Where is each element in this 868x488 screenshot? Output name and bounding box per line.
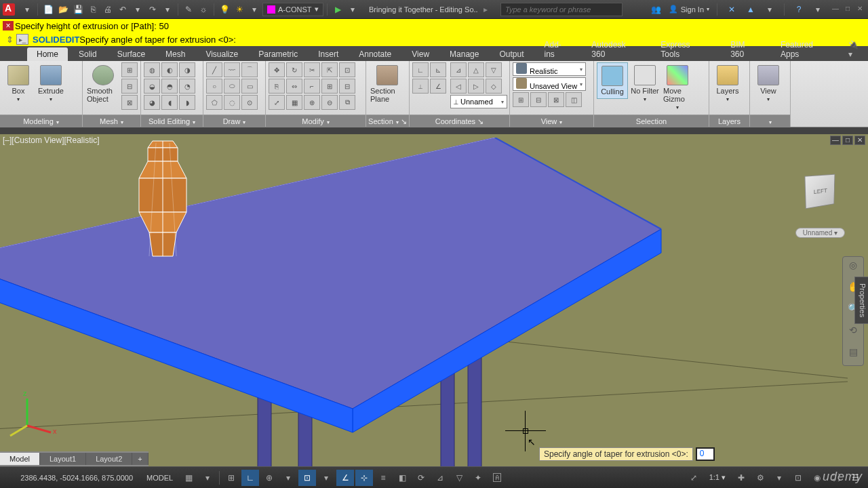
se-icon[interactable]: ◔ [179, 79, 195, 94]
annomon-icon[interactable]: ✚ [732, 470, 750, 486]
se-icon[interactable]: ◒ [144, 79, 160, 94]
se-icon[interactable]: ◕ [144, 95, 160, 110]
ucs-badge[interactable]: Unnamed ▾ [795, 228, 845, 238]
culling-button[interactable]: Culling [597, 62, 628, 99]
smooth-object-button[interactable]: Smooth Object [85, 62, 120, 106]
polar-icon[interactable]: ⊕ [260, 470, 278, 486]
ribbon-tab-solid[interactable]: Solid [69, 47, 106, 61]
ucs-icon[interactable]: ∠ [430, 79, 446, 94]
saved-view-combo[interactable]: Unsaved View [513, 77, 586, 91]
mod-icon[interactable]: ⇱ [321, 62, 338, 77]
save-icon[interactable]: 💾 [71, 3, 85, 16]
help-icon[interactable]: ? [792, 3, 806, 16]
title-more-icon[interactable]: ▸ [479, 3, 492, 16]
ribbon-tab-featured[interactable]: Featured Apps [771, 38, 842, 61]
viewcube[interactable]: LEFT [793, 168, 848, 222]
dynamic-input-field[interactable]: 0 [696, 447, 715, 461]
vp-close-icon[interactable]: ✕ [854, 136, 865, 145]
ribbon-tab-visualize[interactable]: Visualize [196, 47, 248, 61]
a360-icon[interactable]: ▲ [744, 3, 757, 16]
ribbon-tab-bim360[interactable]: BIM 360 [721, 38, 770, 61]
dducs-icon[interactable]: ⊿ [431, 470, 449, 486]
gizmo-icon[interactable]: ✦ [469, 470, 487, 486]
draw-icon[interactable]: ⌒ [241, 62, 258, 77]
scale-label[interactable]: 1:1 ▾ [704, 473, 731, 482]
sun-icon[interactable]: ☀ [233, 3, 246, 16]
undo-dd-icon[interactable]: ▾ [131, 3, 144, 16]
redo-dd-icon[interactable]: ▾ [161, 3, 174, 16]
draw-icon[interactable]: ╱ [206, 62, 222, 77]
command-close-icon[interactable]: × [3, 21, 14, 30]
qat-menu-icon[interactable]: ▾ [20, 3, 34, 16]
ribbon-tab-insert[interactable]: Insert [309, 47, 348, 61]
showmotion-icon[interactable]: ▤ [845, 346, 861, 363]
ribbon-tab-plugin-icon[interactable]: 🔌▾ [843, 38, 868, 61]
ribbon-tab-view[interactable]: View [402, 47, 439, 61]
view-button[interactable]: View▾ [753, 62, 784, 105]
ws-dd-icon[interactable]: ▾ [770, 470, 788, 486]
lock-icon[interactable]: ▾ [248, 3, 261, 16]
visual-style-combo[interactable]: Realistic [513, 62, 586, 76]
tab-layout1[interactable]: Layout1 [40, 453, 86, 465]
hardware-icon[interactable]: ⊡ [789, 470, 807, 486]
ribbon-tab-home[interactable]: Home [27, 47, 68, 61]
draw-icon[interactable]: ⬭ [224, 79, 240, 94]
plot-icon[interactable]: 🖨 [101, 3, 115, 16]
ucs-named-combo[interactable]: ⟂ Unnamed [450, 95, 507, 108]
redo-icon[interactable]: ↷ [146, 3, 159, 16]
tab-layout2[interactable]: Layout2 [86, 453, 132, 465]
snap-icon[interactable]: ⊞ [222, 470, 240, 486]
a360-dd-icon[interactable]: ▾ [763, 3, 776, 16]
help-dd-icon[interactable]: ▾ [811, 3, 825, 16]
viewport-label[interactable]: [–][Custom View][Realistic] [3, 136, 100, 145]
draw-icon[interactable]: ○ [206, 79, 222, 94]
mod-icon[interactable]: ⊟ [339, 79, 355, 94]
mod-icon[interactable]: ⊡ [339, 62, 355, 77]
view-tool-icon[interactable]: ⊠ [548, 92, 564, 107]
draw-icon[interactable]: ⊙ [241, 95, 258, 110]
saveas-icon[interactable]: ⎘ [86, 3, 100, 16]
ribbon-tab-surface[interactable]: Surface [108, 47, 155, 61]
se-icon[interactable]: ◓ [161, 79, 178, 94]
mod-icon[interactable]: ⇔ [286, 79, 302, 94]
viewport[interactable]: [–][Custom View][Realistic] — □ ✕ [0, 134, 868, 466]
tab-model[interactable]: Model [0, 453, 40, 465]
tab-add-icon[interactable]: + [132, 453, 148, 465]
play-dd-icon[interactable]: ▾ [346, 3, 359, 16]
command-prompt-icon[interactable]: ▸_ [16, 34, 28, 45]
osnap-icon[interactable]: ⊡ [298, 470, 316, 486]
se-icon[interactable]: ◑ [179, 62, 195, 77]
move-gizmo-button[interactable]: Move Gizmo▾ [662, 62, 693, 113]
search-input[interactable] [500, 3, 623, 16]
ucs-icon[interactable]: ∟ [412, 62, 429, 77]
lineweight-icon[interactable]: ≡ [374, 470, 392, 486]
filter-icon[interactable]: ▽ [450, 470, 468, 486]
dyninput-icon[interactable]: ⊹ [355, 470, 373, 486]
ribbon-tab-mesh[interactable]: Mesh [156, 47, 195, 61]
ribbon-tab-output[interactable]: Output [490, 47, 533, 61]
grid-icon[interactable]: ▦ [180, 470, 197, 486]
ucs-icon[interactable]: ◁ [450, 79, 467, 94]
ribbon-tab-parametric[interactable]: Parametric [249, 47, 307, 61]
se-icon[interactable]: ◗ [179, 95, 195, 110]
mod-icon[interactable]: ⧉ [339, 95, 355, 110]
mesh-tool-icon[interactable]: ⊞ [121, 62, 138, 77]
view-tool-icon[interactable]: ◫ [566, 92, 582, 107]
ucs-icon[interactable]: ⊿ [450, 62, 467, 77]
box-button[interactable]: Box▾ [3, 62, 34, 105]
properties-palette-tab[interactable]: Properties [854, 277, 868, 324]
match-icon[interactable]: ✎ [182, 3, 195, 16]
ucs-icon[interactable]: △ [468, 62, 484, 77]
3dosnap-icon[interactable]: ▾ [317, 470, 335, 486]
orbit-icon[interactable]: ⟲ [845, 325, 861, 341]
mod-icon[interactable]: ✥ [269, 62, 285, 77]
draw-icon[interactable]: ◌ [224, 95, 240, 110]
draw-icon[interactable]: 〰 [224, 62, 240, 77]
render-icon[interactable]: ☼ [197, 3, 210, 16]
extrude-button[interactable]: Extrude▾ [35, 62, 66, 105]
exchange-icon[interactable]: ✕ [725, 3, 738, 16]
bulb-icon[interactable]: 💡 [218, 3, 231, 16]
mod-icon[interactable]: ▦ [286, 95, 302, 110]
mesh-tool-icon[interactable]: ⊟ [121, 79, 138, 94]
mod-icon[interactable]: ⊕ [304, 95, 320, 110]
